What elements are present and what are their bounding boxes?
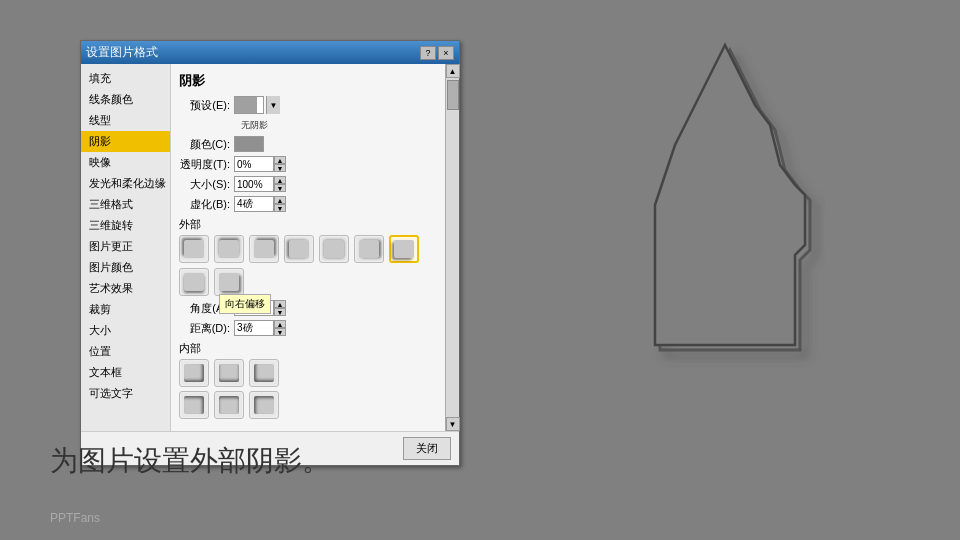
inner-shadow-grid-row2 [179,391,451,419]
blur-up[interactable]: ▲ [274,196,286,204]
inner-label: 内部 [179,341,451,356]
blur-label: 虚化(B): [179,197,234,212]
no-shadow-region: 无阴影 [239,118,451,132]
size-arrows: ▲ ▼ [274,176,286,192]
sidebar-item-position[interactable]: 位置 [81,341,170,362]
preset-dropdown[interactable] [234,96,264,114]
shadow-btn-outer-5[interactable] [319,235,349,263]
size-input[interactable] [234,176,274,192]
size-spinner: ▲ ▼ [234,176,286,192]
blur-arrows: ▲ ▼ [274,196,286,212]
size-label: 大小(S): [179,177,234,192]
sidebar-item-textbox[interactable]: 文本框 [81,362,170,383]
dialog-title: 设置图片格式 [86,44,158,61]
preset-row: 预设(E): ▼ [179,96,451,114]
shadow-btn-outer-1[interactable] [179,235,209,263]
sidebar: 填充 线条颜色 线型 阴影 映像 发光和柔化边缘 三维格式 三维旋转 图片更正 … [81,64,171,431]
scroll-thumb[interactable] [447,80,459,110]
outer-label: 外部 [179,217,451,232]
section-title: 阴影 [179,72,451,90]
angle-down[interactable]: ▼ [274,308,286,316]
dialog-titlebar: 设置图片格式 ? × [81,41,459,64]
shadow-btn-inner-4[interactable] [179,391,209,419]
close-title-button[interactable]: × [438,46,454,60]
transparency-label: 透明度(T): [179,157,234,172]
distance-row: 距离(D): ▲ ▼ [179,320,451,336]
blur-input[interactable] [234,196,274,212]
sidebar-item-arteffect[interactable]: 艺术效果 [81,278,170,299]
distance-down[interactable]: ▼ [274,328,286,336]
blur-row: 虚化(B): ▲ ▼ [179,196,451,212]
shadow-btn-outer-4[interactable] [284,235,314,263]
sidebar-item-crop[interactable]: 裁剪 [81,299,170,320]
distance-input[interactable] [234,320,274,336]
dialog-window: 设置图片格式 ? × 填充 线条颜色 线型 阴影 映像 发光和柔化边缘 三维格式… [80,40,460,466]
sidebar-item-alttext[interactable]: 可选文字 [81,383,170,404]
shadow-btn-outer-2[interactable] [214,235,244,263]
shadow-btn-outer-9[interactable] [214,268,244,296]
mountain-main-path [655,45,805,345]
outer-shadow-grid [179,235,451,296]
color-label: 颜色(C): [179,137,234,152]
help-button[interactable]: ? [420,46,436,60]
no-shadow-label: 无阴影 [239,118,451,132]
sidebar-item-3dformat[interactable]: 三维格式 [81,194,170,215]
shadow-btn-outer-3[interactable] [249,235,279,263]
tooltip-popup: 向右偏移 [219,294,271,314]
shadow-btn-outer-6[interactable] [354,235,384,263]
sidebar-item-picturecorrect[interactable]: 图片更正 [81,236,170,257]
size-down[interactable]: ▼ [274,184,286,192]
sidebar-item-linetype[interactable]: 线型 [81,110,170,131]
scroll-down-arrow[interactable]: ▼ [446,417,460,431]
sidebar-item-picturecolor[interactable]: 图片颜色 [81,257,170,278]
color-row: 颜色(C): [179,136,451,152]
preset-label: 预设(E): [179,98,234,113]
color-swatch[interactable] [234,136,264,152]
transparency-input[interactable] [234,156,274,172]
sidebar-item-reflection[interactable]: 映像 [81,152,170,173]
sidebar-item-glow[interactable]: 发光和柔化边缘 [81,173,170,194]
slide-area: 设置图片格式 ? × 填充 线条颜色 线型 阴影 映像 发光和柔化边缘 三维格式… [0,0,960,540]
scrollbar[interactable]: ▲ ▼ [445,64,459,431]
transparency-down[interactable]: ▼ [274,164,286,172]
transparency-arrows: ▲ ▼ [274,156,286,172]
distance-up[interactable]: ▲ [274,320,286,328]
transparency-spinner: ▲ ▼ [234,156,286,172]
size-up[interactable]: ▲ [274,176,286,184]
mountain-svg [600,30,860,370]
distance-arrows: ▲ ▼ [274,320,286,336]
inner-shadow-grid [179,359,451,387]
distance-spinner: ▲ ▼ [234,320,286,336]
titlebar-buttons: ? × [420,46,454,60]
transparency-up[interactable]: ▲ [274,156,286,164]
close-button[interactable]: 关闭 [403,437,451,460]
size-row: 大小(S): ▲ ▼ [179,176,451,192]
scroll-up-arrow[interactable]: ▲ [446,64,460,78]
sidebar-item-shadow[interactable]: 阴影 [81,131,170,152]
shadow-btn-inner-5[interactable] [214,391,244,419]
preset-control: ▼ [234,96,280,114]
blur-down[interactable]: ▼ [274,204,286,212]
sidebar-item-size[interactable]: 大小 [81,320,170,341]
preset-dropdown-arrow[interactable]: ▼ [266,96,280,114]
dialog-body: 填充 线条颜色 线型 阴影 映像 发光和柔化边缘 三维格式 三维旋转 图片更正 … [81,64,459,431]
shadow-btn-inner-2[interactable] [214,359,244,387]
sidebar-item-linecolor[interactable]: 线条颜色 [81,89,170,110]
shadow-btn-inner-1[interactable] [179,359,209,387]
bottom-text: 为图片设置外部阴影。 [50,442,330,480]
transparency-row: 透明度(T): ▲ ▼ [179,156,451,172]
blur-spinner: ▲ ▼ [234,196,286,212]
sidebar-item-fill[interactable]: 填充 [81,68,170,89]
sidebar-item-3drotation[interactable]: 三维旋转 [81,215,170,236]
shadow-btn-inner-6[interactable] [249,391,279,419]
shadow-btn-outer-8[interactable] [179,268,209,296]
watermark: PPTFans [50,511,100,525]
distance-label: 距离(D): [179,321,234,336]
shadow-btn-outer-7[interactable] [389,235,419,263]
shadow-btn-inner-3[interactable] [249,359,279,387]
angle-arrows: ▲ ▼ [274,300,286,316]
content-area: 阴影 预设(E): ▼ 无阴影 颜色(C [171,64,459,431]
mountain-container [600,30,860,370]
angle-up[interactable]: ▲ [274,300,286,308]
